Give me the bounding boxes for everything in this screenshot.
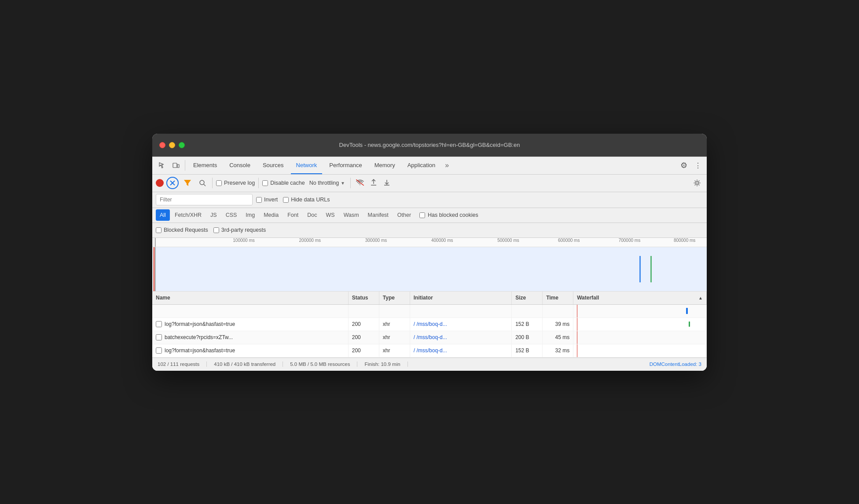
type-filter-wasm[interactable]: Wasm <box>340 209 363 221</box>
td-size-empty <box>512 305 543 318</box>
row-checkbox-2[interactable] <box>156 347 162 354</box>
filter-button[interactable] <box>181 177 194 189</box>
blocked-requests-checkbox[interactable]: Blocked Requests <box>156 227 208 233</box>
td-status-empty <box>349 305 379 318</box>
more-tabs-button[interactable]: » <box>442 157 452 174</box>
initiator-link-1[interactable]: / /mss/boq-d... <box>414 334 447 340</box>
tab-console[interactable]: Console <box>224 157 256 174</box>
th-initiator[interactable]: Initiator <box>410 292 512 304</box>
row-checkbox-1[interactable] <box>156 334 162 340</box>
filter-input[interactable] <box>156 194 253 205</box>
type-filter-bar: All Fetch/XHR JS CSS Img Media Font Doc <box>152 208 707 223</box>
type-filter-manifest[interactable]: Manifest <box>364 209 393 221</box>
record-button[interactable] <box>156 179 164 187</box>
type-filter-js[interactable]: JS <box>206 209 221 221</box>
timeline-header-row: 100000 ms 200000 ms 300000 ms 400000 ms … <box>152 238 707 247</box>
th-status[interactable]: Status <box>349 292 379 304</box>
th-name[interactable]: Name <box>152 292 349 304</box>
devtools-settings-button[interactable]: ⚙ <box>677 158 691 172</box>
initiator-link-0[interactable]: / /mss/boq-d... <box>414 321 447 327</box>
tab-memory[interactable]: Memory <box>369 157 400 174</box>
network-toolbar: Preserve log Disable cache No throttling… <box>152 175 707 192</box>
type-filter-doc[interactable]: Doc <box>303 209 321 221</box>
traffic-lights <box>159 142 185 148</box>
tick-300k: 300000 ms <box>365 238 387 243</box>
type-filter-img[interactable]: Img <box>242 209 259 221</box>
status-bar: 102 / 111 requests 410 kB / 410 kB trans… <box>152 358 707 371</box>
type-filter-css[interactable]: CSS <box>222 209 241 221</box>
td-status-1: 200 <box>349 331 379 344</box>
tab-network[interactable]: Network <box>291 157 323 174</box>
hide-data-urls-checkbox[interactable]: Hide data URLs <box>283 197 330 203</box>
tick-600k: 600000 ms <box>558 238 580 243</box>
resources-size: 5.0 MB / 5.0 MB resources <box>290 362 357 367</box>
td-size-1: 200 B <box>512 331 543 344</box>
svg-point-12 <box>696 182 698 184</box>
tick-800k: 800000 ms <box>674 238 695 243</box>
tab-performance[interactable]: Performance <box>324 157 367 174</box>
clear-button[interactable] <box>166 177 179 189</box>
table-header: Name Status Type Initiator Size Time <box>152 292 707 305</box>
maximize-button[interactable] <box>179 142 185 148</box>
td-size-0: 152 B <box>512 318 543 331</box>
th-type[interactable]: Type <box>379 292 410 304</box>
type-filter-ws[interactable]: WS <box>322 209 338 221</box>
th-waterfall[interactable]: Waterfall ▲ <box>573 292 707 304</box>
network-conditions-icon[interactable] <box>354 179 366 187</box>
td-time-2: 32 ms <box>543 344 573 357</box>
tab-sources[interactable]: Sources <box>257 157 289 174</box>
svg-line-6 <box>204 184 206 186</box>
main-toolbar: Elements Console Sources Network Perform… <box>152 157 707 175</box>
type-filter-fetch-xhr[interactable]: Fetch/XHR <box>171 209 206 221</box>
filter-options: Invert Hide data URLs <box>256 197 330 203</box>
preserve-log-checkbox[interactable]: Preserve log <box>216 180 255 186</box>
devtools-window: DevTools - news.google.com/topstories?hl… <box>152 134 707 371</box>
svg-rect-1 <box>177 164 179 168</box>
export-icon[interactable] <box>382 179 392 187</box>
td-waterfall-empty <box>573 305 707 318</box>
timeline-left-gutter <box>152 238 156 247</box>
close-button[interactable] <box>159 142 165 148</box>
row-checkbox-0[interactable] <box>156 321 162 327</box>
tab-application[interactable]: Application <box>402 157 441 174</box>
search-button[interactable] <box>196 177 209 189</box>
svg-marker-4 <box>184 180 191 186</box>
tick-700k: 700000 ms <box>619 238 640 243</box>
tick-500k: 500000 ms <box>497 238 519 243</box>
third-party-checkbox[interactable]: 3rd-party requests <box>213 227 266 233</box>
table-row[interactable]: log?format=json&hasfast=true 200 xhr / /… <box>152 318 707 331</box>
import-icon[interactable] <box>368 179 379 187</box>
device-toolbar-icon[interactable] <box>170 159 182 172</box>
type-filter-media[interactable]: Media <box>260 209 283 221</box>
inspector-icon[interactable] <box>156 159 168 172</box>
disable-cache-checkbox[interactable]: Disable cache <box>262 180 305 186</box>
tick-100k: 100000 ms <box>233 238 254 243</box>
timeline-ticks: 100000 ms 200000 ms 300000 ms 400000 ms … <box>156 238 707 247</box>
td-initiator-0: / /mss/boq-d... <box>410 318 512 331</box>
transferred-size: 410 kB / 410 kB transferred <box>214 362 283 367</box>
table-row[interactable]: batchexecute?rpcids=xZTw... 200 xhr / /m… <box>152 331 707 344</box>
titlebar: DevTools - news.google.com/topstories?hl… <box>152 134 707 157</box>
network-settings-button[interactable] <box>691 177 703 189</box>
tab-elements[interactable]: Elements <box>188 157 222 174</box>
type-filter-all[interactable]: All <box>156 209 170 221</box>
devtools-menu-button[interactable]: ⋮ <box>693 158 703 172</box>
td-type-empty <box>379 305 410 318</box>
th-time[interactable]: Time <box>543 292 573 304</box>
throttle-select[interactable]: No throttling ▼ <box>308 180 347 186</box>
td-name-empty <box>152 305 349 318</box>
table-row[interactable]: log?format=json&hasfast=true 200 xhr / /… <box>152 344 707 358</box>
window-title: DevTools - news.google.com/topstories?hl… <box>339 142 520 148</box>
has-blocked-cookies-filter[interactable]: Has blocked cookies <box>419 212 478 218</box>
th-size[interactable]: Size <box>512 292 543 304</box>
initiator-link-2[interactable]: / /mss/boq-d... <box>414 347 447 354</box>
table-row-empty[interactable] <box>152 305 707 318</box>
type-filter-other[interactable]: Other <box>393 209 415 221</box>
invert-checkbox[interactable]: Invert <box>256 197 278 203</box>
minimize-button[interactable] <box>169 142 175 148</box>
sort-arrow-icon: ▲ <box>698 296 703 300</box>
network-toolbar-divider-2 <box>258 178 259 188</box>
svg-rect-0 <box>173 163 177 168</box>
td-initiator-2: / /mss/boq-d... <box>410 344 512 357</box>
type-filter-font[interactable]: Font <box>283 209 302 221</box>
